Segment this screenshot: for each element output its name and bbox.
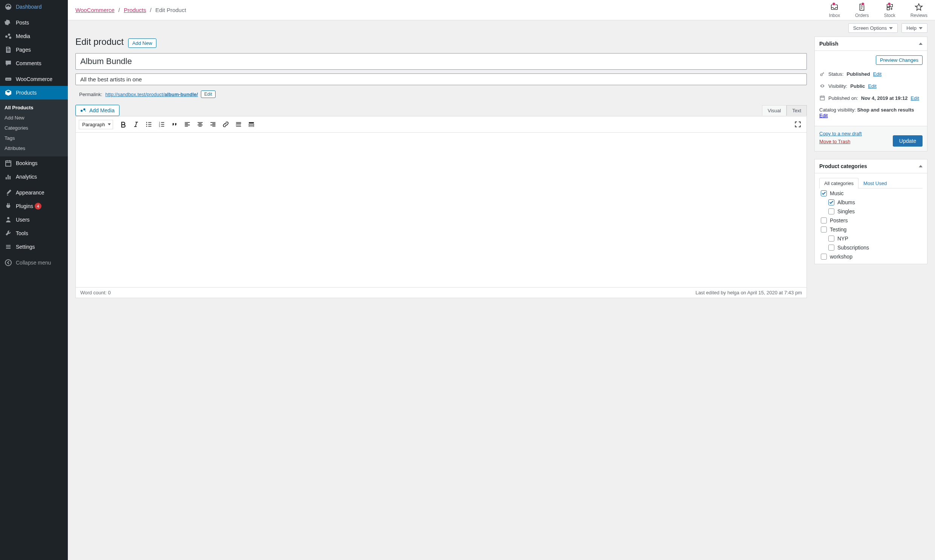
sidebar-item-woocommerce[interactable]: woo WooCommerce [0, 72, 68, 86]
header-stock[interactable]: Stock [884, 3, 895, 18]
sidebar-item-label: Settings [16, 244, 35, 250]
submenu-all-products[interactable]: All Products [0, 103, 68, 113]
plugins-badge: 4 [35, 203, 42, 209]
paragraph-select[interactable]: Paragraph [79, 120, 113, 129]
category-checkbox[interactable] [821, 217, 827, 223]
breadcrumb-link-woocommerce[interactable]: WooCommerce [75, 7, 115, 13]
sidebar-item-bookings[interactable]: Bookings [0, 156, 68, 170]
sidebar-item-appearance[interactable]: Appearance [0, 186, 68, 199]
product-subtitle-input[interactable] [75, 74, 807, 85]
permalink-link[interactable]: http://sandbox.test/product/album-bundle… [105, 92, 198, 97]
submenu-attributes[interactable]: Attributes [0, 143, 68, 153]
sidebar-item-analytics[interactable]: Analytics [0, 170, 68, 183]
category-checkbox[interactable] [828, 208, 834, 214]
sidebar-item-posts[interactable]: Posts [0, 16, 68, 29]
woo-icon: woo [5, 75, 12, 83]
category-item[interactable]: Singles [821, 207, 921, 216]
align-right-button[interactable] [207, 119, 218, 130]
word-count: Word count: 0 [80, 290, 111, 295]
add-new-button[interactable]: Add New [128, 38, 156, 48]
svg-point-9 [146, 126, 148, 127]
submenu-tags[interactable]: Tags [0, 133, 68, 143]
sidebar-item-users[interactable]: Users [0, 213, 68, 226]
ol-button[interactable]: 123 [156, 119, 167, 130]
editor-canvas[interactable] [76, 133, 806, 287]
category-item[interactable]: Posters [821, 216, 921, 225]
add-media-button[interactable]: Add Media [75, 105, 120, 116]
category-item[interactable]: NYP [821, 234, 921, 243]
category-checkbox[interactable] [828, 199, 834, 205]
right-column: Publish Preview Changes Status: Publishe… [814, 37, 927, 298]
help-button[interactable]: Help [901, 23, 927, 33]
status-edit-link[interactable]: Edit [873, 71, 881, 77]
italic-button[interactable] [131, 119, 142, 130]
publish-panel-header[interactable]: Publish [815, 37, 927, 51]
category-checkbox[interactable] [821, 226, 827, 232]
editor-tab-text[interactable]: Text [786, 105, 807, 116]
sidebar-item-settings[interactable]: Settings [0, 240, 68, 254]
editor-tab-visual[interactable]: Visual [762, 105, 786, 116]
category-checkbox[interactable] [828, 235, 834, 242]
quote-button[interactable] [169, 119, 180, 130]
submenu-add-new[interactable]: Add New [0, 113, 68, 123]
bold-button[interactable] [118, 119, 129, 130]
sidebar-item-products[interactable]: Products [0, 86, 68, 100]
category-checkbox[interactable] [821, 254, 827, 260]
pages-icon [5, 46, 12, 54]
copy-draft-link[interactable]: Copy to a new draft [819, 131, 862, 137]
category-item[interactable]: Subscriptions [821, 243, 921, 252]
notification-dot [832, 2, 835, 6]
publish-panel: Publish Preview Changes Status: Publishe… [814, 37, 927, 151]
category-item[interactable]: workshop [821, 252, 921, 261]
visibility-edit-link[interactable]: Edit [868, 83, 876, 89]
category-checkbox[interactable] [821, 190, 827, 196]
fullscreen-button[interactable] [792, 119, 803, 130]
header-inbox[interactable]: Inbox [829, 3, 840, 18]
sidebar-item-tools[interactable]: Tools [0, 226, 68, 240]
align-left-button[interactable] [181, 119, 193, 130]
sidebar-item-plugins[interactable]: Plugins 4 [0, 199, 68, 213]
users-icon [5, 216, 12, 223]
header-orders[interactable]: Orders [855, 3, 869, 18]
update-button[interactable]: Update [893, 135, 923, 146]
collapse-icon [5, 259, 12, 266]
settings-icon [5, 243, 12, 251]
more-button[interactable] [233, 119, 244, 130]
breadcrumb-current: Edit Product [155, 7, 186, 13]
categories-panel-header[interactable]: Product categories [815, 159, 927, 173]
header-reviews[interactable]: Reviews [910, 3, 927, 18]
media-icon [5, 32, 12, 40]
ul-icon [145, 121, 153, 128]
category-checkbox[interactable] [828, 245, 834, 251]
category-item[interactable]: Testing [821, 225, 921, 234]
sidebar-item-label: Users [16, 217, 30, 223]
brush-icon [5, 189, 12, 196]
categories-list[interactable]: CoursesMusicAlbumsSinglesPostersTestingN… [819, 188, 923, 264]
sidebar-item-media[interactable]: Media [0, 29, 68, 43]
category-item[interactable]: Albums [821, 198, 921, 207]
breadcrumb-link-products[interactable]: Products [124, 7, 146, 13]
sidebar-item-label: Comments [16, 60, 42, 66]
sidebar-item-dashboard[interactable]: Dashboard [0, 0, 68, 14]
trash-link[interactable]: Move to Trash [819, 139, 862, 144]
toolbar-toggle-button[interactable] [246, 119, 257, 130]
preview-changes-button[interactable]: Preview Changes [876, 55, 923, 65]
published-edit-link[interactable]: Edit [910, 95, 919, 101]
product-title-input[interactable] [75, 53, 807, 70]
screen-options-button[interactable]: Screen Options [848, 23, 898, 33]
align-center-button[interactable] [194, 119, 206, 130]
header-icons: Inbox Orders Stock Reviews [829, 0, 927, 18]
sidebar-item-collapse[interactable]: Collapse menu [0, 256, 68, 269]
ul-button[interactable] [143, 119, 155, 130]
sidebar-item-comments[interactable]: Comments [0, 57, 68, 70]
current-arrow-icon [68, 90, 71, 96]
sidebar-item-pages[interactable]: Pages [0, 43, 68, 57]
permalink-edit-button[interactable]: Edit [201, 91, 215, 98]
submenu-categories[interactable]: Categories [0, 123, 68, 133]
link-button[interactable] [220, 119, 231, 130]
cat-tab-most-used[interactable]: Most Used [858, 178, 892, 188]
svg-point-7 [146, 122, 148, 123]
cat-tab-all[interactable]: All categories [819, 178, 858, 188]
catalog-edit-link[interactable]: Edit [819, 113, 827, 118]
category-item[interactable]: Music [821, 189, 921, 198]
